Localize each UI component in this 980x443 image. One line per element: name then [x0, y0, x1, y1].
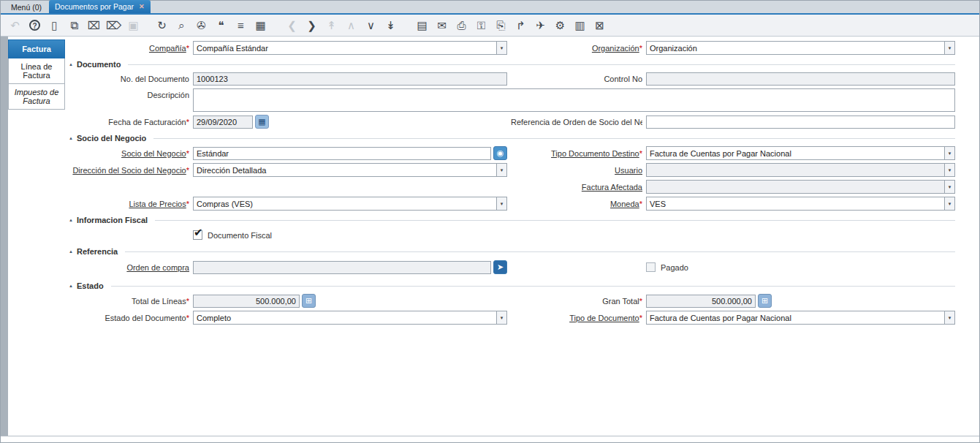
tab-documentos-por-pagar[interactable]: Documentos por Pagar ✕ — [49, 0, 151, 13]
next-record-button[interactable]: ∨ — [361, 18, 381, 34]
referencia-orden-label: Referencia de Orden de Socio del Negocio — [511, 118, 642, 126]
lista-precios-combobox[interactable]: Compras (VES) — [193, 197, 507, 211]
chevron-down-icon[interactable] — [496, 197, 506, 210]
chevron-down-icon — [944, 164, 954, 176]
print-preview-button[interactable]: ⎘ — [491, 18, 511, 34]
toolbar: ↶?▯⧉⌧⌦▣↻⌕✇❝≡▦❮❯↟∧∨↡▤✉⎙⚿⎘↱✈⚙▥⊠ — [1, 15, 979, 37]
attachment-button[interactable]: ✇ — [191, 18, 211, 34]
archive-button[interactable]: ✉ — [432, 18, 452, 34]
organizacion-label[interactable]: Organización* — [511, 44, 642, 53]
window-tabbar: Menú (0) Documentos por Pagar ✕ — [1, 1, 979, 15]
moneda-combobox[interactable]: VES — [646, 197, 955, 211]
close-tab-icon[interactable]: ✕ — [139, 3, 145, 10]
chevron-down-icon[interactable] — [496, 42, 506, 54]
no-documento-input[interactable] — [193, 72, 507, 86]
delete-record-button[interactable]: ⌧ — [84, 18, 104, 34]
collapse-icon: ▲ — [69, 136, 73, 140]
chevron-down-icon[interactable] — [496, 164, 506, 176]
group-estado: ▲ Estado Total de Líneas* ⊞ Gran Total* — [65, 281, 955, 325]
documento-fiscal-checkbox[interactable]: ✔ — [193, 230, 202, 240]
chevron-down-icon — [944, 181, 954, 193]
parent-record-button: ❮ — [282, 18, 302, 34]
pagado-checkbox-row: ✔ Pagado — [646, 262, 955, 272]
report-button[interactable]: ▥ — [570, 18, 590, 34]
history-button[interactable]: ▤ — [412, 18, 432, 34]
direccion-socio-label[interactable]: Dirección del Socio del Negocio* — [65, 166, 189, 175]
new-record-button[interactable]: ▯ — [45, 18, 64, 34]
tipo-doc-destino-combobox[interactable]: Factura de Cuentas por Pagar Nacional — [646, 146, 955, 160]
tipo-documento-label[interactable]: Tipo de Documento* — [511, 314, 642, 322]
help-button[interactable]: ? — [29, 20, 40, 31]
print-button[interactable]: ⎙ — [452, 18, 471, 34]
tab-linea-de-factura[interactable]: Línea de Factura — [8, 58, 65, 84]
control-no-input[interactable] — [646, 72, 955, 86]
calendar-picker-button[interactable]: ▦ — [255, 115, 269, 129]
compania-label[interactable]: Compañía* — [65, 44, 189, 53]
calculator-button[interactable]: ⊞ — [758, 294, 772, 308]
exit-button[interactable]: ⊠ — [590, 18, 609, 34]
application-window: Menú (0) Documentos por Pagar ✕ ↶?▯⧉⌧⌦▣↻… — [0, 0, 980, 443]
copy-record-button[interactable]: ⧉ — [64, 18, 84, 34]
last-record-button[interactable]: ↡ — [381, 18, 400, 34]
settings-button[interactable]: ⚙ — [550, 18, 570, 34]
chevron-down-icon[interactable] — [944, 311, 954, 324]
usuario-label[interactable]: Usuario — [511, 166, 642, 175]
group-socio-header[interactable]: ▲ Socio del Negocio — [65, 134, 955, 143]
refresh-button[interactable]: ↻ — [152, 18, 172, 34]
tipo-documento-combobox[interactable]: Factura de Cuentas por Pagar Nacional — [646, 311, 955, 325]
grid-toggle-button[interactable]: ≡ — [231, 18, 251, 34]
descripcion-textarea[interactable] — [193, 88, 955, 112]
chevron-down-icon[interactable] — [944, 42, 954, 54]
gran-total-label: Gran Total* — [511, 297, 642, 306]
direccion-socio-combobox[interactable]: Dirección Detallada — [193, 163, 507, 177]
pagado-checkbox[interactable]: ✔ — [646, 262, 656, 272]
find-button[interactable]: ⌕ — [172, 18, 191, 34]
compania-combobox[interactable]: Compañía Estándar — [193, 41, 507, 55]
tipo-doc-destino-label[interactable]: Tipo Documento Destino* — [511, 149, 642, 158]
group-referencia-header[interactable]: ▲ Referencia — [65, 247, 955, 256]
chevron-down-icon[interactable] — [496, 311, 506, 324]
workflow-button[interactable]: ↱ — [511, 18, 531, 34]
estado-documento-combobox[interactable]: Completo — [193, 311, 507, 325]
organizacion-combobox[interactable]: Organización — [646, 41, 955, 55]
chevron-down-icon[interactable] — [944, 147, 954, 159]
orden-compra-input — [193, 261, 491, 274]
checkmark-icon: ✔ — [194, 226, 203, 239]
fecha-facturacion-label: Fecha de Facturación* — [65, 118, 189, 126]
documento-fiscal-label: Documento Fiscal — [208, 231, 272, 240]
factura-afectada-combobox — [646, 180, 955, 194]
collapse-icon: ▲ — [69, 249, 73, 254]
orden-compra-label[interactable]: Orden de compra — [65, 263, 189, 272]
calculator-button[interactable]: ⊞ — [302, 294, 316, 308]
collapse-icon: ▲ — [69, 62, 73, 67]
invoice-form: Compañía* Compañía Estándar Organización… — [65, 37, 979, 436]
tab-menu[interactable]: Menú (0) — [4, 1, 49, 13]
socio-negocio-input[interactable] — [193, 147, 491, 160]
delete-selection-button[interactable]: ⌦ — [104, 18, 124, 34]
moneda-label[interactable]: Moneda* — [511, 200, 642, 208]
tab-impuesto-de-factura[interactable]: Impuesto de Factura — [8, 84, 65, 110]
chat-button[interactable]: ❝ — [211, 18, 231, 34]
bpartner-search-button[interactable]: ◉ — [493, 146, 507, 160]
tab-factura[interactable]: Factura — [8, 39, 65, 58]
record-lock-button[interactable]: ⚿ — [471, 18, 491, 34]
group-fiscal-header[interactable]: ▲ Informacion Fiscal — [65, 216, 955, 224]
group-estado-header[interactable]: ▲ Estado — [65, 281, 955, 290]
gran-total-input[interactable] — [646, 295, 756, 308]
detail-record-button[interactable]: ❯ — [302, 18, 322, 34]
referencia-orden-input[interactable] — [646, 116, 955, 129]
sidebar-rail — [1, 37, 8, 436]
calendar-button[interactable]: ▦ — [251, 18, 270, 34]
factura-afectada-label[interactable]: Factura Afectada — [511, 183, 642, 192]
group-documento-header[interactable]: ▲ Documento — [65, 60, 955, 69]
socio-negocio-label[interactable]: Socio del Negocio* — [65, 149, 189, 158]
chevron-down-icon[interactable] — [944, 197, 954, 210]
lista-precios-label[interactable]: Lista de Precios* — [65, 200, 189, 208]
bottom-bar — [1, 436, 979, 442]
orden-compra-assign-button[interactable]: ➤ — [493, 260, 507, 274]
tab-active-label: Documentos por Pagar — [55, 2, 134, 11]
fecha-facturacion-input[interactable] — [193, 116, 253, 129]
total-lineas-input[interactable] — [193, 295, 300, 308]
undo-button: ↶ — [5, 18, 25, 34]
request-button[interactable]: ✈ — [531, 18, 550, 34]
